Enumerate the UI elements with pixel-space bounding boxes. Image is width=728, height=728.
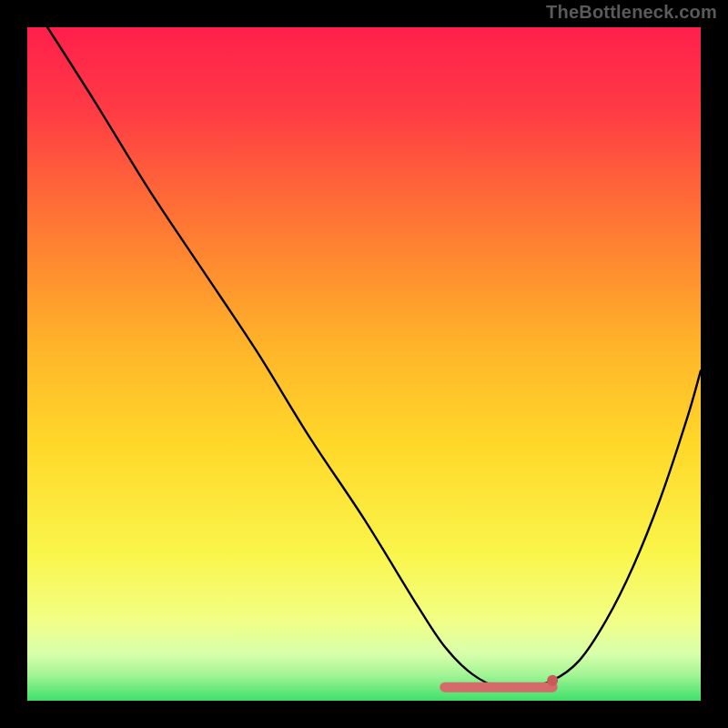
watermark-text: TheBottleneck.com — [546, 2, 717, 23]
chart-svg — [27, 27, 701, 701]
chart-frame: TheBottleneck.com — [0, 0, 728, 728]
optimal-point-dot — [547, 675, 558, 686]
plot-area — [27, 27, 701, 701]
gradient-background — [27, 27, 701, 701]
